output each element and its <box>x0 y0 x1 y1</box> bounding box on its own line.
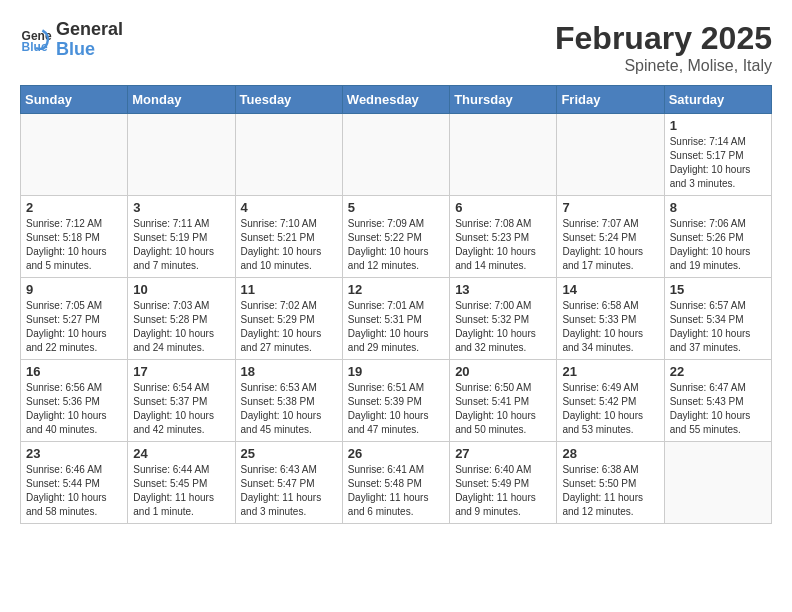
day-number: 20 <box>455 364 551 379</box>
day-info: Sunrise: 6:38 AM Sunset: 5:50 PM Dayligh… <box>562 463 658 519</box>
day-number: 6 <box>455 200 551 215</box>
calendar-cell <box>664 442 771 524</box>
day-number: 18 <box>241 364 337 379</box>
day-info: Sunrise: 6:50 AM Sunset: 5:41 PM Dayligh… <box>455 381 551 437</box>
day-number: 27 <box>455 446 551 461</box>
day-number: 10 <box>133 282 229 297</box>
subtitle: Spinete, Molise, Italy <box>555 57 772 75</box>
day-info: Sunrise: 7:14 AM Sunset: 5:17 PM Dayligh… <box>670 135 766 191</box>
day-info: Sunrise: 6:58 AM Sunset: 5:33 PM Dayligh… <box>562 299 658 355</box>
calendar-cell: 19Sunrise: 6:51 AM Sunset: 5:39 PM Dayli… <box>342 360 449 442</box>
day-number: 5 <box>348 200 444 215</box>
col-header-monday: Monday <box>128 86 235 114</box>
calendar-cell: 2Sunrise: 7:12 AM Sunset: 5:18 PM Daylig… <box>21 196 128 278</box>
calendar-cell: 7Sunrise: 7:07 AM Sunset: 5:24 PM Daylig… <box>557 196 664 278</box>
day-info: Sunrise: 6:51 AM Sunset: 5:39 PM Dayligh… <box>348 381 444 437</box>
week-row-5: 23Sunrise: 6:46 AM Sunset: 5:44 PM Dayli… <box>21 442 772 524</box>
day-number: 4 <box>241 200 337 215</box>
week-row-4: 16Sunrise: 6:56 AM Sunset: 5:36 PM Dayli… <box>21 360 772 442</box>
main-title: February 2025 <box>555 20 772 57</box>
day-info: Sunrise: 6:49 AM Sunset: 5:42 PM Dayligh… <box>562 381 658 437</box>
calendar-cell: 28Sunrise: 6:38 AM Sunset: 5:50 PM Dayli… <box>557 442 664 524</box>
day-info: Sunrise: 6:47 AM Sunset: 5:43 PM Dayligh… <box>670 381 766 437</box>
calendar-cell: 10Sunrise: 7:03 AM Sunset: 5:28 PM Dayli… <box>128 278 235 360</box>
day-number: 13 <box>455 282 551 297</box>
day-number: 23 <box>26 446 122 461</box>
day-info: Sunrise: 7:05 AM Sunset: 5:27 PM Dayligh… <box>26 299 122 355</box>
day-info: Sunrise: 6:41 AM Sunset: 5:48 PM Dayligh… <box>348 463 444 519</box>
day-info: Sunrise: 6:57 AM Sunset: 5:34 PM Dayligh… <box>670 299 766 355</box>
day-info: Sunrise: 6:54 AM Sunset: 5:37 PM Dayligh… <box>133 381 229 437</box>
calendar-cell: 9Sunrise: 7:05 AM Sunset: 5:27 PM Daylig… <box>21 278 128 360</box>
logo-icon: General Blue <box>20 24 52 56</box>
calendar-cell: 6Sunrise: 7:08 AM Sunset: 5:23 PM Daylig… <box>450 196 557 278</box>
week-row-3: 9Sunrise: 7:05 AM Sunset: 5:27 PM Daylig… <box>21 278 772 360</box>
day-info: Sunrise: 7:07 AM Sunset: 5:24 PM Dayligh… <box>562 217 658 273</box>
page-header: General Blue General Blue February 2025 … <box>20 20 772 75</box>
calendar-cell: 16Sunrise: 6:56 AM Sunset: 5:36 PM Dayli… <box>21 360 128 442</box>
day-number: 22 <box>670 364 766 379</box>
day-number: 25 <box>241 446 337 461</box>
day-info: Sunrise: 7:08 AM Sunset: 5:23 PM Dayligh… <box>455 217 551 273</box>
calendar-cell: 5Sunrise: 7:09 AM Sunset: 5:22 PM Daylig… <box>342 196 449 278</box>
day-info: Sunrise: 7:12 AM Sunset: 5:18 PM Dayligh… <box>26 217 122 273</box>
calendar-table: SundayMondayTuesdayWednesdayThursdayFrid… <box>20 85 772 524</box>
day-info: Sunrise: 7:10 AM Sunset: 5:21 PM Dayligh… <box>241 217 337 273</box>
logo: General Blue General Blue <box>20 20 123 60</box>
col-header-sunday: Sunday <box>21 86 128 114</box>
calendar-cell: 17Sunrise: 6:54 AM Sunset: 5:37 PM Dayli… <box>128 360 235 442</box>
calendar-cell: 3Sunrise: 7:11 AM Sunset: 5:19 PM Daylig… <box>128 196 235 278</box>
title-block: February 2025 Spinete, Molise, Italy <box>555 20 772 75</box>
day-info: Sunrise: 6:40 AM Sunset: 5:49 PM Dayligh… <box>455 463 551 519</box>
col-header-saturday: Saturday <box>664 86 771 114</box>
day-number: 3 <box>133 200 229 215</box>
calendar-cell <box>557 114 664 196</box>
day-number: 19 <box>348 364 444 379</box>
logo-general: General <box>56 19 123 39</box>
calendar-cell: 4Sunrise: 7:10 AM Sunset: 5:21 PM Daylig… <box>235 196 342 278</box>
day-info: Sunrise: 7:02 AM Sunset: 5:29 PM Dayligh… <box>241 299 337 355</box>
calendar-cell: 8Sunrise: 7:06 AM Sunset: 5:26 PM Daylig… <box>664 196 771 278</box>
calendar-cell: 11Sunrise: 7:02 AM Sunset: 5:29 PM Dayli… <box>235 278 342 360</box>
col-header-tuesday: Tuesday <box>235 86 342 114</box>
calendar-cell: 25Sunrise: 6:43 AM Sunset: 5:47 PM Dayli… <box>235 442 342 524</box>
day-info: Sunrise: 7:06 AM Sunset: 5:26 PM Dayligh… <box>670 217 766 273</box>
day-info: Sunrise: 7:00 AM Sunset: 5:32 PM Dayligh… <box>455 299 551 355</box>
calendar-cell: 18Sunrise: 6:53 AM Sunset: 5:38 PM Dayli… <box>235 360 342 442</box>
calendar-cell <box>342 114 449 196</box>
week-row-1: 1Sunrise: 7:14 AM Sunset: 5:17 PM Daylig… <box>21 114 772 196</box>
calendar-header-row: SundayMondayTuesdayWednesdayThursdayFrid… <box>21 86 772 114</box>
calendar-cell: 13Sunrise: 7:00 AM Sunset: 5:32 PM Dayli… <box>450 278 557 360</box>
calendar-cell: 24Sunrise: 6:44 AM Sunset: 5:45 PM Dayli… <box>128 442 235 524</box>
day-number: 26 <box>348 446 444 461</box>
calendar-cell: 14Sunrise: 6:58 AM Sunset: 5:33 PM Dayli… <box>557 278 664 360</box>
calendar-cell: 26Sunrise: 6:41 AM Sunset: 5:48 PM Dayli… <box>342 442 449 524</box>
day-info: Sunrise: 7:03 AM Sunset: 5:28 PM Dayligh… <box>133 299 229 355</box>
day-info: Sunrise: 6:46 AM Sunset: 5:44 PM Dayligh… <box>26 463 122 519</box>
day-info: Sunrise: 6:44 AM Sunset: 5:45 PM Dayligh… <box>133 463 229 519</box>
day-number: 15 <box>670 282 766 297</box>
calendar-cell <box>128 114 235 196</box>
calendar-cell <box>21 114 128 196</box>
day-number: 17 <box>133 364 229 379</box>
calendar-cell: 21Sunrise: 6:49 AM Sunset: 5:42 PM Dayli… <box>557 360 664 442</box>
day-number: 16 <box>26 364 122 379</box>
day-info: Sunrise: 6:53 AM Sunset: 5:38 PM Dayligh… <box>241 381 337 437</box>
day-number: 11 <box>241 282 337 297</box>
calendar-cell: 23Sunrise: 6:46 AM Sunset: 5:44 PM Dayli… <box>21 442 128 524</box>
col-header-friday: Friday <box>557 86 664 114</box>
day-number: 12 <box>348 282 444 297</box>
day-info: Sunrise: 7:09 AM Sunset: 5:22 PM Dayligh… <box>348 217 444 273</box>
day-number: 21 <box>562 364 658 379</box>
day-number: 7 <box>562 200 658 215</box>
calendar-cell <box>450 114 557 196</box>
calendar-cell <box>235 114 342 196</box>
calendar-cell: 1Sunrise: 7:14 AM Sunset: 5:17 PM Daylig… <box>664 114 771 196</box>
calendar-cell: 12Sunrise: 7:01 AM Sunset: 5:31 PM Dayli… <box>342 278 449 360</box>
day-info: Sunrise: 7:01 AM Sunset: 5:31 PM Dayligh… <box>348 299 444 355</box>
day-number: 28 <box>562 446 658 461</box>
day-info: Sunrise: 6:43 AM Sunset: 5:47 PM Dayligh… <box>241 463 337 519</box>
calendar-cell: 20Sunrise: 6:50 AM Sunset: 5:41 PM Dayli… <box>450 360 557 442</box>
day-number: 9 <box>26 282 122 297</box>
day-number: 14 <box>562 282 658 297</box>
